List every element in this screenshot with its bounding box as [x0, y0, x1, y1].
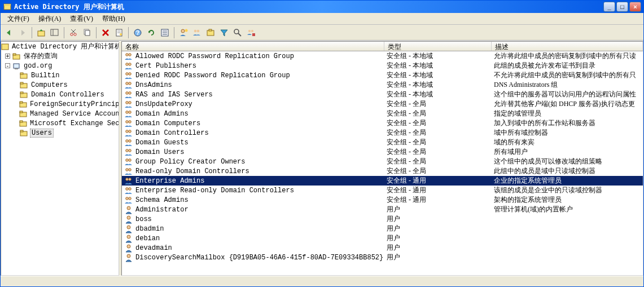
back-button[interactable] — [3, 27, 15, 39]
properties-button[interactable] — [113, 27, 125, 39]
list-row[interactable]: Group Policy Creator Owners安全组 - 全局这个组中的… — [122, 157, 643, 166]
list-row[interactable]: Schema Admins安全组 - 通用架构的指定系统管理员 — [122, 195, 643, 205]
find-button[interactable] — [231, 27, 244, 39]
row-desc: DNS Administrators 组 — [492, 80, 643, 90]
new-user-button[interactable] — [177, 27, 190, 39]
svg-rect-38 — [15, 68, 18, 69]
title-bar[interactable]: Active Directory 用户和计算机 _ □ × — [1, 1, 643, 13]
list-row[interactable]: Administrator用户管理计算机(域)的内置帐户 — [122, 205, 643, 214]
svg-point-84 — [129, 197, 132, 200]
copy-button[interactable] — [81, 27, 93, 39]
svg-rect-52 — [20, 130, 23, 132]
svg-point-73 — [126, 149, 129, 152]
collapse-icon[interactable]: - — [5, 63, 10, 68]
row-type: 安全组 - 通用 — [384, 176, 492, 186]
list-row[interactable]: Domain Controllers安全组 - 全局域中所有域控制器 — [122, 128, 643, 138]
user-icon — [124, 215, 133, 224]
list-row[interactable]: Enterprise Read-only Domain Controllers安… — [122, 186, 643, 195]
row-name: RAS and IAS Servers — [135, 91, 213, 99]
group-icon — [124, 167, 133, 176]
svg-point-77 — [126, 168, 129, 171]
row-name: Group Policy Creator Owners — [135, 158, 245, 166]
group-icon — [124, 186, 133, 195]
list-row[interactable]: DnsAdmins安全组 - 本地域DNS Administrators 组 — [122, 80, 643, 90]
cut-button[interactable] — [67, 27, 80, 39]
menu-help[interactable]: 帮助(H) — [98, 13, 130, 25]
tree-node[interactable]: Builtin — [1, 70, 119, 80]
column-desc[interactable]: 描述 — [492, 42, 643, 51]
list-row[interactable]: Allowed RODC Password Replication Group安… — [122, 51, 643, 61]
list-row[interactable]: DiscoverySearchMailbox {D919BA05-46A6-41… — [122, 253, 643, 262]
maximize-button[interactable]: □ — [616, 2, 628, 12]
row-type: 安全组 - 本地域 — [384, 61, 492, 70]
menu-view[interactable]: 查看(V) — [65, 13, 98, 25]
tree-node[interactable]: Domain Controllers — [1, 90, 119, 99]
row-name: DnsAdmins — [135, 81, 172, 89]
svg-point-65 — [126, 111, 129, 113]
tree-saved-queries[interactable]: + 保存的查询 — [1, 51, 119, 61]
delete-button[interactable] — [99, 27, 112, 39]
list-row[interactable]: Domain Computers安全组 - 全局加入到域中的所有工作站和服务器 — [122, 118, 643, 128]
row-type: 安全组 - 全局 — [384, 147, 492, 157]
list-row[interactable]: boss用户 — [122, 214, 643, 224]
refresh-button[interactable] — [145, 27, 157, 39]
svg-point-69 — [126, 130, 129, 133]
list-row[interactable]: Domain Users安全组 - 全局所有域用户 — [122, 147, 643, 157]
close-button[interactable]: × — [629, 2, 641, 12]
tree-node-label: Domain Controllers — [30, 91, 106, 99]
list-row[interactable]: RAS and IAS Servers安全组 - 本地域这个组中的服务器可以访问… — [122, 90, 643, 99]
row-type: 用户 — [384, 224, 492, 233]
row-desc: 指定的域管理员 — [492, 109, 643, 118]
svg-rect-34 — [2, 44, 8, 50]
menu-file[interactable]: 文件(F) — [3, 13, 34, 25]
filter-button[interactable] — [218, 27, 230, 39]
column-type[interactable]: 类型 — [384, 42, 492, 51]
list-row[interactable]: debian用户 — [122, 233, 643, 243]
tree-node[interactable]: Computers — [1, 80, 119, 90]
row-name: Allowed RODC Password Replication Group — [135, 52, 294, 60]
list-row[interactable]: Denied RODC Password Replication Group安全… — [122, 70, 643, 80]
column-name[interactable]: 名称 — [122, 42, 384, 51]
row-type: 用户 — [384, 253, 492, 262]
row-name: Domain Users — [135, 148, 184, 156]
svg-rect-28 — [209, 29, 212, 31]
tree-node[interactable]: Microsoft Exchange Sec — [1, 118, 119, 128]
help-button[interactable]: ? — [132, 27, 144, 39]
forward-button[interactable] — [16, 27, 29, 39]
tree-domain[interactable]: - god.org — [1, 61, 119, 70]
tree-node[interactable]: Users — [1, 128, 119, 138]
minimize-button[interactable]: _ — [603, 2, 615, 12]
svg-point-60 — [129, 82, 132, 85]
row-type: 安全组 - 全局 — [384, 157, 492, 166]
tree-node[interactable]: Managed Service Accoun — [1, 109, 119, 118]
tree-node[interactable]: ForeignSecurityPrincip — [1, 99, 119, 109]
list-row[interactable]: devadmain用户 — [122, 243, 643, 253]
list-row[interactable]: dbadmin用户 — [122, 224, 643, 233]
row-name: Domain Guests — [135, 139, 189, 147]
export-list-button[interactable] — [159, 27, 171, 39]
new-ou-button[interactable] — [204, 27, 217, 39]
row-type: 用户 — [384, 205, 492, 214]
row-desc: 该组的成员是企业中的只读域控制器 — [492, 186, 643, 195]
expand-icon[interactable]: + — [5, 54, 10, 59]
user-icon — [124, 253, 133, 262]
list-row[interactable]: Domain Guests安全组 - 全局域的所有来宾 — [122, 138, 643, 147]
tree-panel[interactable]: Active Directory 用户和计算机 + 保存的查询 - god.or… — [1, 41, 119, 276]
tree-root[interactable]: Active Directory 用户和计算机 — [1, 42, 119, 51]
svg-rect-3 — [51, 29, 58, 36]
folder-icon — [12, 52, 21, 61]
svg-point-29 — [234, 29, 239, 34]
show-hide-tree-button[interactable] — [49, 27, 61, 39]
list-row[interactable]: Read-only Domain Controllers安全组 - 全局此组中的… — [122, 166, 643, 176]
add-to-group-button[interactable] — [245, 27, 257, 39]
svg-point-64 — [129, 101, 132, 104]
list-panel[interactable]: 名称 类型 描述 Allowed RODC Password Replicati… — [121, 41, 643, 276]
list-row[interactable]: Domain Admins安全组 - 全局指定的域管理员 — [122, 109, 643, 118]
menu-action[interactable]: 操作(A) — [34, 13, 66, 25]
svg-line-7 — [71, 29, 75, 33]
list-row[interactable]: Enterprise Admins安全组 - 通用企业的指定系统管理员 — [122, 176, 643, 186]
new-group-button[interactable] — [191, 27, 203, 39]
list-row[interactable]: Cert Publishers安全组 - 本地域此组的成员被允许发布证书到目录 — [122, 61, 643, 70]
list-row[interactable]: DnsUpdateProxy安全组 - 全局允许替其他客户端(如 DHCP 服务… — [122, 99, 643, 109]
up-button[interactable] — [35, 27, 47, 39]
